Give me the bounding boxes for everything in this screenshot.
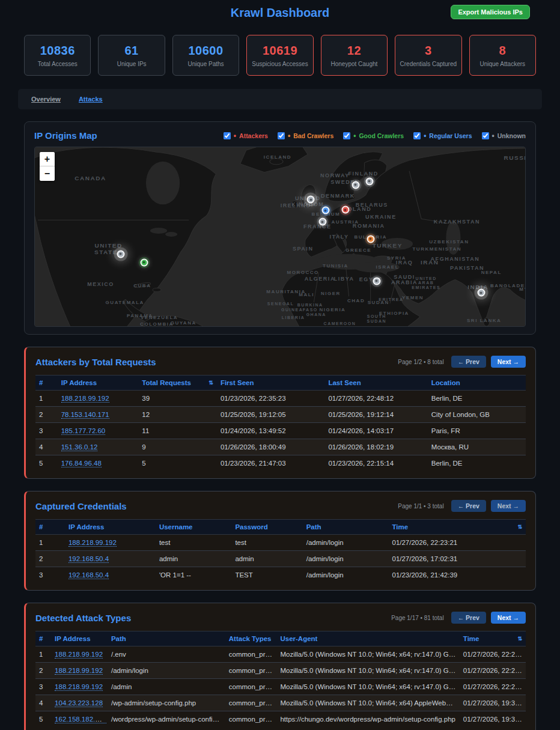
map-label-morocco: MOROCCO [287,270,318,275]
cell-ip-address[interactable]: 151.36.0.12 [58,439,139,455]
cell-ip-address[interactable]: 176.84.96.48 [58,455,139,472]
ip-link[interactable]: 185.177.72.60 [61,427,106,435]
cell-ip-address[interactable]: 185.177.72.60 [58,423,139,439]
column-header-time[interactable]: Time⇅ [388,520,526,535]
sort-icon[interactable]: ⇅ [208,380,213,386]
ip-link[interactable]: 176.84.96.48 [61,460,102,467]
table-row: 3192.168.50.4'OR 1=1 --TEST/admin/login0… [35,567,526,583]
next-page-button[interactable]: Next → [491,356,526,368]
legend-checkbox[interactable] [413,132,421,139]
cell: 01/27/2026, 22:26:11 [460,646,526,663]
cell: 2 [35,663,51,679]
cell: 3 [35,423,58,439]
map-label-greece: GREECE [345,248,371,253]
legend-label: Bad Crawlers [293,132,333,139]
map-marker-unknown[interactable] [117,250,124,258]
zoom-in-button[interactable]: + [40,152,55,166]
map-marker-unknown[interactable] [318,218,326,226]
stat-value: 10619 [263,44,297,58]
ip-link[interactable]: 188.218.99.192 [55,667,103,675]
map-label-turkmenistan: TURKMENISTAN [412,246,461,252]
prev-page-button[interactable]: ← Prev [451,500,486,512]
page-info: Page 1/17 • 81 total [391,615,443,621]
ip-link[interactable]: 188.218.99.192 [61,395,109,403]
page-title: Krawl Dashboard [231,6,329,20]
cell: 5 [138,455,217,472]
cell: /.env [108,646,225,663]
table-row: 5162.158.182.104/wordpress/wp-admin/setu… [35,711,526,728]
ip-link[interactable]: 188.218.99.192 [55,683,103,691]
cell: test [156,535,231,551]
sort-icon[interactable]: ⇅ [517,636,522,642]
map-marker-regular-user[interactable] [321,207,329,214]
column-header-time[interactable]: Time⇅ [460,631,526,646]
cell: 5 [35,711,51,728]
table-row: 5176.84.96.48501/23/2026, 21:47:0301/23/… [35,455,526,472]
map-marker-unknown[interactable] [477,289,485,297]
next-page-button[interactable]: Next → [491,612,526,624]
legend-label: Good Crawlers [359,132,404,139]
cell: 01/26/2026, 18:02:19 [324,439,427,455]
map-marker-unknown[interactable] [352,181,359,189]
map-marker-good-crawler[interactable] [140,258,148,266]
map-marker-bad-crawler[interactable] [367,235,374,243]
pagination: Page 1/2 • 8 total ← Prev Next → [398,356,526,368]
map-label-canada: CANADA [75,175,106,181]
ip-link[interactable]: 192.168.50.4 [68,555,109,563]
ip-link[interactable]: 151.36.0.12 [61,443,98,451]
map-marker-attacker[interactable] [341,206,349,214]
zoom-out-button[interactable]: − [40,166,55,181]
cell-ip-address[interactable]: 188.218.99.192 [51,679,108,695]
cell-ip-address[interactable]: 192.168.50.4 [65,567,156,583]
cell-ip-address[interactable]: 78.153.140.171 [58,407,139,423]
table-row: 2188.218.99.192/admin/logincommon_probes… [35,663,526,679]
sort-icon[interactable]: ⇅ [517,524,522,530]
ip-link[interactable]: 162.158.182.104 [55,716,106,723]
cell-ip-address[interactable]: 104.23.223.128 [51,695,108,711]
legend-checkbox[interactable] [343,132,350,139]
stat-label: Unique Paths [188,61,224,67]
ip-link[interactable]: 188.218.99.192 [55,651,103,659]
map-label-liberia: LIBERIA [282,315,305,320]
tab-overview[interactable]: Overview [31,96,61,103]
map-marker-unknown[interactable] [307,196,315,204]
map-label-kazakhstan: KAZAKHSTAN [434,219,480,225]
legend-dot-icon: • [492,132,495,139]
column-header-ip-address: IP Address [58,376,139,391]
map-canvas[interactable]: + − [34,147,526,327]
cell: 01/23/2026, 21:42:39 [388,567,526,583]
cell-ip-address[interactable]: 192.168.50.4 [65,551,156,567]
table-row: 1188.218.99.192/.envcommon_probesMozilla… [35,646,526,663]
table-row: 2192.168.50.4adminadmin/admin/login01/27… [35,551,526,567]
cell-ip-address[interactable]: 188.218.99.192 [51,646,108,663]
cell-ip-address[interactable]: 188.218.99.192 [65,535,156,551]
cell-ip-address[interactable]: 188.218.99.192 [58,391,139,407]
ip-link[interactable]: 188.218.99.192 [68,539,117,547]
prev-page-button[interactable]: ← Prev [451,356,486,368]
cell-ip-address[interactable]: 188.218.99.192 [51,663,108,679]
prev-page-button[interactable]: ← Prev [451,612,486,624]
legend-label: Unknown [498,132,526,139]
export-malicious-ips-button[interactable]: Export Malicious IPs [451,5,530,19]
map-marker-unknown[interactable] [373,277,380,285]
ip-link[interactable]: 192.168.50.4 [68,571,109,579]
table-header-row: #IP AddressUsernamePasswordPathTime⇅ [35,520,526,535]
tab-attacks[interactable]: Attacks [79,96,103,103]
column-header-total-requests[interactable]: Total Requests⇅ [138,376,217,391]
legend-checkbox[interactable] [278,132,285,139]
ip-link[interactable]: 104.23.223.128 [55,699,103,707]
map-label-ukraine: UKRAINE [365,214,397,220]
legend-checkbox[interactable] [224,132,231,139]
ip-link[interactable]: 78.153.140.171 [61,411,109,419]
next-page-button[interactable]: Next → [491,500,526,512]
cell: https://chungo.dev/wordpress/wp-admin/se… [276,711,459,728]
cell: 5 [35,455,58,472]
stat-value: 61 [125,44,139,58]
cell: 11 [138,423,217,439]
map-marker-unknown[interactable] [365,177,373,185]
cell-ip-address[interactable]: 162.158.182.104 [51,711,108,728]
cell: /admin [108,679,225,695]
legend-checkbox[interactable] [482,132,489,139]
column-header-first-seen: First Seen [217,376,325,391]
map-label-mexico: MEXICO [87,281,114,287]
